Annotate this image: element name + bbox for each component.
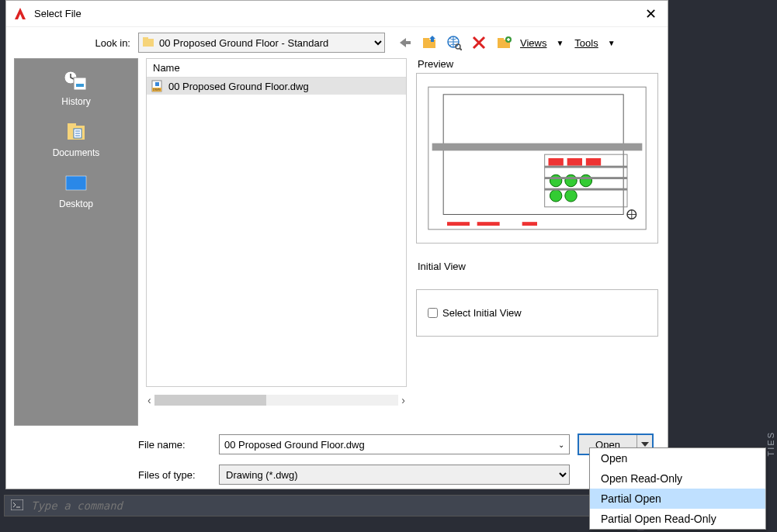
properties-panel-tab[interactable]: TIES bbox=[766, 431, 775, 456]
svg-rect-27 bbox=[586, 158, 601, 166]
svg-rect-0 bbox=[404, 41, 411, 44]
drawing-preview-icon bbox=[425, 81, 650, 235]
svg-rect-2 bbox=[423, 38, 429, 41]
filename-value: 00 Proposed Ground Floor.dwg bbox=[224, 439, 365, 451]
back-icon[interactable] bbox=[396, 34, 413, 51]
desktop-icon bbox=[63, 172, 89, 195]
file-list: Name DWG 00 Proposed Ground Floor.dwg bbox=[146, 58, 407, 387]
scroll-track[interactable] bbox=[154, 395, 399, 406]
tools-caret-icon[interactable]: ▼ bbox=[608, 39, 616, 47]
lookin-label: Look in: bbox=[6, 37, 138, 49]
command-bar bbox=[4, 495, 665, 516]
svg-rect-36 bbox=[447, 222, 470, 226]
open-options-menu: Open Open Read-Only Partial Open Partial… bbox=[589, 447, 766, 530]
views-menu[interactable]: Views bbox=[520, 37, 546, 49]
svg-rect-15 bbox=[66, 176, 86, 190]
svg-line-5 bbox=[460, 48, 462, 50]
sidebar-item-label: History bbox=[61, 96, 90, 107]
close-icon[interactable]: ✕ bbox=[640, 5, 661, 22]
app-logo-icon bbox=[12, 6, 28, 22]
svg-point-31 bbox=[550, 190, 561, 202]
column-header-name[interactable]: Name bbox=[147, 59, 406, 78]
lookin-select[interactable]: 00 Proposed Ground Floor - Standard bbox=[138, 33, 385, 53]
file-row[interactable]: DWG 00 Proposed Ground Floor.dwg bbox=[147, 78, 406, 95]
horizontal-scrollbar[interactable]: ‹ › bbox=[146, 392, 407, 409]
tools-menu[interactable]: Tools bbox=[574, 37, 598, 49]
svg-point-30 bbox=[580, 174, 591, 186]
filename-combo[interactable]: 00 Proposed Ground Floor.dwg ⌄ bbox=[219, 434, 570, 454]
titlebar: Select File ✕ bbox=[6, 1, 668, 27]
new-folder-icon[interactable] bbox=[495, 34, 512, 51]
svg-rect-11 bbox=[76, 84, 84, 87]
file-name: 00 Proposed Ground Floor.dwg bbox=[168, 81, 309, 92]
svg-rect-7 bbox=[498, 38, 504, 41]
svg-rect-25 bbox=[549, 158, 564, 166]
chevron-down-icon[interactable]: ⌄ bbox=[558, 440, 564, 449]
svg-text:DWG: DWG bbox=[153, 88, 161, 92]
initial-view-label: Initial View bbox=[418, 261, 658, 272]
command-input[interactable] bbox=[31, 499, 658, 512]
svg-point-32 bbox=[565, 190, 577, 202]
scroll-right-icon[interactable]: › bbox=[401, 394, 405, 406]
initial-view-group: Select Initial View bbox=[416, 289, 658, 337]
select-initial-view-checkbox[interactable]: Select Initial View bbox=[428, 307, 647, 319]
sidebar-item-label: Documents bbox=[53, 147, 100, 158]
select-file-dialog: Select File ✕ Look in: 00 Proposed Groun… bbox=[5, 0, 668, 489]
initial-view-checkbox-label: Select Initial View bbox=[442, 307, 522, 319]
preview-box bbox=[416, 73, 658, 244]
svg-rect-21 bbox=[428, 87, 646, 230]
menu-item-partial-open[interactable]: Partial Open bbox=[590, 489, 765, 509]
sidebar-item-documents[interactable]: Documents bbox=[53, 121, 100, 158]
places-sidebar: History Documents Desktop bbox=[14, 58, 138, 426]
up-folder-icon[interactable] bbox=[421, 34, 438, 51]
svg-rect-13 bbox=[68, 123, 76, 127]
svg-rect-40 bbox=[11, 499, 23, 510]
dialog-title: Select File bbox=[34, 8, 640, 19]
top-toolbar: Look in: 00 Proposed Ground Floor - Stan… bbox=[6, 27, 668, 58]
filename-label: File name: bbox=[138, 439, 219, 451]
svg-rect-33 bbox=[545, 166, 627, 168]
svg-rect-20 bbox=[155, 82, 159, 86]
command-prompt-icon[interactable] bbox=[11, 499, 23, 513]
toolbar-icons: Views ▼ Tools ▼ bbox=[396, 34, 619, 51]
sidebar-item-label: Desktop bbox=[59, 199, 93, 209]
menu-item-open-readonly[interactable]: Open Read-Only bbox=[590, 468, 765, 489]
documents-icon bbox=[63, 121, 89, 144]
dwg-file-icon: DWG bbox=[151, 80, 164, 92]
svg-rect-23 bbox=[432, 143, 643, 151]
filetype-select[interactable]: Drawing (*.dwg) bbox=[219, 465, 570, 485]
preview-label: Preview bbox=[418, 58, 658, 70]
svg-rect-26 bbox=[567, 158, 582, 166]
history-icon bbox=[63, 70, 89, 93]
svg-rect-37 bbox=[477, 222, 500, 226]
menu-item-open[interactable]: Open bbox=[590, 448, 765, 468]
svg-point-29 bbox=[565, 174, 577, 186]
svg-rect-34 bbox=[545, 177, 627, 179]
svg-rect-38 bbox=[522, 222, 537, 226]
scroll-left-icon[interactable]: ‹ bbox=[147, 394, 151, 406]
menu-item-partial-open-readonly[interactable]: Partial Open Read-Only bbox=[590, 509, 765, 529]
svg-rect-35 bbox=[545, 188, 627, 191]
scroll-thumb[interactable] bbox=[154, 395, 267, 406]
initial-view-checkbox-input[interactable] bbox=[428, 308, 438, 318]
views-caret-icon[interactable]: ▼ bbox=[556, 39, 564, 47]
svg-point-28 bbox=[550, 174, 561, 186]
filetype-label: Files of type: bbox=[138, 469, 219, 481]
sidebar-item-desktop[interactable]: Desktop bbox=[59, 172, 93, 209]
web-search-icon[interactable] bbox=[446, 34, 463, 51]
sidebar-item-history[interactable]: History bbox=[61, 70, 90, 107]
delete-icon[interactable] bbox=[470, 34, 487, 51]
